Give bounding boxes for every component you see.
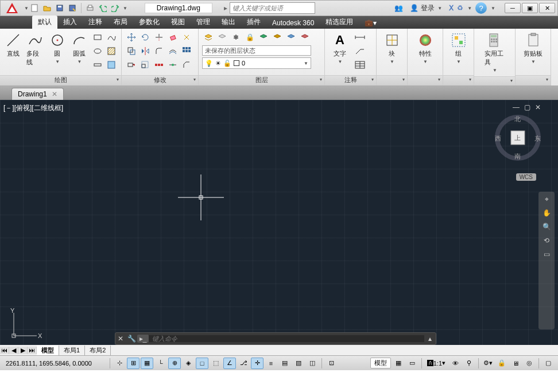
tab-view[interactable]: 视图 xyxy=(165,15,191,29)
layermore3-icon[interactable] xyxy=(299,31,311,44)
st-dyn-icon[interactable]: ✛ xyxy=(251,358,264,369)
nav-orbit-icon[interactable]: ⟲ xyxy=(544,236,549,244)
login-button[interactable]: 👤 登录 ▼ xyxy=(406,2,445,14)
move-icon[interactable] xyxy=(125,31,138,44)
region-icon[interactable] xyxy=(105,59,118,71)
rectangle-icon[interactable] xyxy=(91,31,104,44)
st-am-icon[interactable]: ⊡ xyxy=(325,358,338,369)
tab-first-icon[interactable]: ⏮ xyxy=(0,347,9,354)
qat-redo-icon[interactable] xyxy=(110,2,121,14)
line-button[interactable]: 直线 xyxy=(3,31,23,59)
fillet-icon[interactable] xyxy=(153,45,165,57)
layerprop-icon[interactable] xyxy=(202,31,215,44)
view-label[interactable]: [－][俯视][二维线框] xyxy=(3,103,63,113)
vp-maximize-icon[interactable]: ▢ xyxy=(524,103,530,111)
clipboard-button[interactable]: 剪贴板▼ xyxy=(522,31,545,65)
layerfreeze-icon[interactable]: ❄ xyxy=(230,31,242,44)
cmd-expand-icon[interactable]: ▴ xyxy=(424,335,436,343)
array-icon[interactable] xyxy=(180,45,193,57)
tab-plugins[interactable]: 插件 xyxy=(241,15,266,29)
polyline-button[interactable]: 多段线 xyxy=(25,31,45,68)
ellipse-icon[interactable] xyxy=(91,45,104,57)
st-polar-icon[interactable]: ⊕ xyxy=(168,358,181,369)
tab-manage[interactable]: 管理 xyxy=(191,15,216,29)
layermore2-icon[interactable] xyxy=(285,31,297,44)
command-input[interactable] xyxy=(149,335,424,342)
st-snap-icon[interactable]: ⊞ xyxy=(127,358,140,369)
exchange-cloud-icon[interactable]: ♻ xyxy=(457,4,463,12)
layerlock-icon[interactable]: 🔒 xyxy=(243,31,256,44)
st-otrack-icon[interactable]: ∠ xyxy=(223,358,236,369)
tab-a360[interactable]: Autodesk 360 xyxy=(266,17,320,29)
point-icon[interactable] xyxy=(91,59,104,71)
tab-layout1[interactable]: 布局1 xyxy=(59,346,85,355)
chamfer-icon[interactable] xyxy=(180,59,193,71)
qat-saveas-icon[interactable] xyxy=(67,2,78,14)
st-toolbar-lock-icon[interactable]: 🔒 xyxy=(495,358,508,369)
layer-current-select[interactable]: 💡 ☀ 🔓 0 ▼ xyxy=(202,57,311,69)
search-input[interactable] xyxy=(230,2,315,14)
rotate-icon[interactable] xyxy=(139,31,152,44)
offset-icon[interactable] xyxy=(166,45,179,57)
tab-extra-icon[interactable]: 💼▾ xyxy=(359,17,382,29)
layermatch-icon[interactable] xyxy=(257,31,270,44)
tab-layout[interactable]: 布局 xyxy=(108,15,133,29)
stretch-icon[interactable] xyxy=(125,59,138,71)
cmd-prompt-icon[interactable]: ▸_ xyxy=(137,335,149,343)
qat-new-icon[interactable] xyxy=(29,2,40,14)
close-button[interactable]: ✕ xyxy=(539,3,555,13)
nav-wheel-icon[interactable]: ⌖ xyxy=(545,195,549,203)
leader-icon[interactable] xyxy=(354,45,366,57)
tab-output[interactable]: 输出 xyxy=(216,15,241,29)
nav-pan-icon[interactable]: ✋ xyxy=(542,209,551,217)
st-ducs-icon[interactable]: ⎇ xyxy=(237,358,250,369)
st-hardware-icon[interactable]: 🖥 xyxy=(509,358,522,369)
layeroff-icon[interactable] xyxy=(216,31,228,44)
panel-title-layer[interactable]: 图层 xyxy=(199,75,324,86)
st-isolate-icon[interactable]: ◎ xyxy=(523,358,536,369)
nav-showmotion-icon[interactable]: ▭ xyxy=(544,250,550,258)
st-quickview-icon[interactable]: ▭ xyxy=(406,358,418,369)
trim-icon[interactable] xyxy=(153,31,165,44)
hatch-icon[interactable] xyxy=(105,45,118,57)
app-logo[interactable] xyxy=(4,1,20,15)
tab-annotate[interactable]: 注释 xyxy=(83,15,108,29)
viewcube[interactable]: 北 南 东 西 上 xyxy=(495,115,541,161)
app-menu-dropdown-icon[interactable]: ▼ xyxy=(24,6,29,11)
block-button[interactable]: 块▼ xyxy=(381,31,404,65)
st-osnap-icon[interactable]: □ xyxy=(196,358,208,369)
tab-default[interactable]: 默认 xyxy=(32,15,57,29)
maximize-button[interactable]: ▣ xyxy=(522,3,538,13)
arraypath-icon[interactable] xyxy=(153,59,165,71)
st-sc-icon[interactable]: ◫ xyxy=(306,358,319,369)
circle-button[interactable]: 圆▼ xyxy=(48,31,67,65)
utilities-button[interactable]: 实用工具▼ xyxy=(483,31,506,74)
join-icon[interactable] xyxy=(166,59,179,71)
tab-prev-icon[interactable]: ◀ xyxy=(9,347,18,354)
st-ortho-icon[interactable]: └ xyxy=(154,358,167,369)
st-infer-icon[interactable]: ⊹ xyxy=(113,358,126,369)
st-tpy-icon[interactable]: ▤ xyxy=(278,358,291,369)
text-button[interactable]: A文字▼ xyxy=(328,31,351,65)
cmd-close-icon[interactable]: ✕ xyxy=(115,335,126,343)
panel-title-modify[interactable]: 修改 xyxy=(122,75,198,86)
qat-save-icon[interactable] xyxy=(54,2,65,14)
layermore1-icon[interactable] xyxy=(271,31,284,44)
infocenter-icon[interactable]: 👥 xyxy=(394,4,403,12)
st-iso-icon[interactable]: ◈ xyxy=(182,358,195,369)
st-grid2-icon[interactable]: ▦ xyxy=(392,358,405,369)
help-icon[interactable]: ? xyxy=(475,2,487,14)
st-qp-icon[interactable]: ▧ xyxy=(292,358,305,369)
erase-icon[interactable] xyxy=(166,31,179,44)
tab-insert[interactable]: 插入 xyxy=(57,15,83,29)
tab-model[interactable]: 模型 xyxy=(37,346,59,355)
copy-icon[interactable] xyxy=(125,45,138,57)
st-annovisibility-icon[interactable]: 👁 xyxy=(449,358,462,369)
spline-icon[interactable] xyxy=(105,31,118,44)
panel-title-draw[interactable]: 绘图 xyxy=(0,75,121,86)
qat-open-icon[interactable] xyxy=(41,2,53,14)
wcs-badge[interactable]: WCS xyxy=(516,173,536,181)
st-space-toggle[interactable]: 模型 xyxy=(370,358,391,368)
panel-title-annot[interactable]: 注释 xyxy=(325,75,376,86)
drawing-area[interactable]: [－][俯视][二维线框] — ▢ ✕ 北 南 东 西 上 WCS ⌖ ✋ 🔍 … xyxy=(0,100,558,355)
